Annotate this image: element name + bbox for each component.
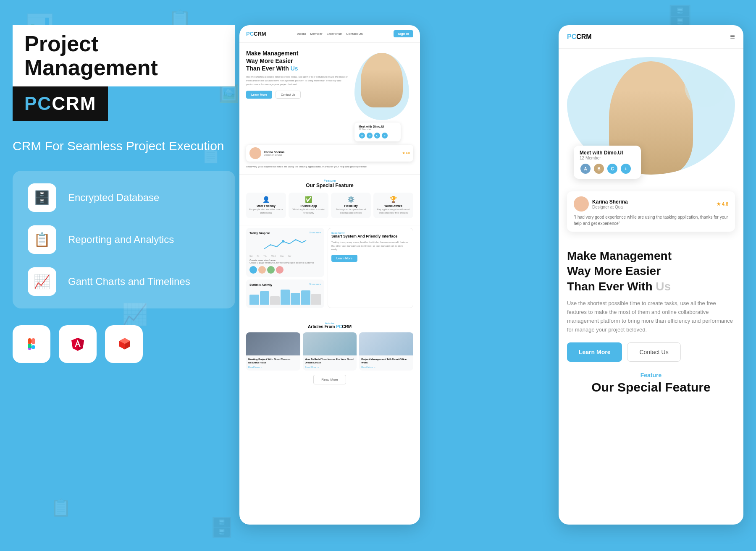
article-3-body: Project Management Tell About Office Wor… <box>359 355 413 371</box>
brand-block: PCCRM <box>13 86 108 121</box>
smart-title: Smart System And Friendly Interface <box>331 234 410 239</box>
right-title-accent: Us <box>656 280 671 293</box>
smart-desc: Tasking is very easy to use, besides tha… <box>331 240 410 251</box>
feature-world-award: 🏆 World Award Pay application get world … <box>373 193 413 218</box>
article-3-read[interactable]: Read More → <box>361 366 411 368</box>
hamburger-menu-icon[interactable]: ≡ <box>730 32 735 42</box>
review-info: Karina Sherina Designer at Qua <box>264 151 284 156</box>
right-feature-label: Feature <box>567 372 735 379</box>
right-review-card: Karina Sherina Designer at Qua ★ 4.8 "I … <box>567 191 735 232</box>
right-review-info: Karina Sherina Designer at Qua <box>592 199 628 209</box>
center-nav-links: About Member Enterprise Contact Us <box>297 32 362 36</box>
articles-title: Articles From PCCRM <box>246 324 413 329</box>
world-award-icon: 🏆 <box>376 196 411 203</box>
reviewer-role: Designer at Qua <box>264 154 284 156</box>
center-meet-card: Meet with Dimo.UI 12 Member A B C + <box>354 123 401 141</box>
article-2-title: How To Build Your House For Your Good Dr… <box>305 358 355 365</box>
subtitle: CRM For Seamless Project Execution <box>13 138 235 154</box>
feature-flexibility: ⚙️ Flexibility Tasking can be opened on … <box>331 193 371 218</box>
right-reviewer-name: Karina Sherina <box>592 199 628 205</box>
main-title: Project Management <box>24 32 223 80</box>
article-2-read[interactable]: Read More → <box>305 366 355 368</box>
meet-avatars: A B C + <box>359 132 396 139</box>
right-buttons: Learn More Contact Us <box>567 342 735 362</box>
review-avatar <box>249 147 261 159</box>
encrypted-db-icon: 🗄️ <box>28 183 56 212</box>
smart-learn-more-button[interactable]: Learn More <box>331 255 357 262</box>
article-1-read[interactable]: Read More → <box>248 366 298 368</box>
world-award-name: World Award <box>376 204 411 207</box>
flexibility-icon: ⚙️ <box>333 196 368 203</box>
tech-logos <box>13 325 235 363</box>
right-reviewer-role: Designer at Qua <box>592 205 628 209</box>
center-hero: Make Management Way More Easier Than Eve… <box>239 43 420 141</box>
center-mock-nav: PCCRM About Member Enterprise Contact Us… <box>239 25 420 43</box>
trusted-app-name: Trusted App <box>291 204 326 207</box>
smart-system-card: Superiority Smart System And Friendly In… <box>328 228 413 308</box>
right-meet-avatars: A B C + <box>580 163 635 175</box>
angular-logo <box>59 325 97 363</box>
right-review-text: "I had very good experience while are us… <box>574 214 728 227</box>
divider-3 <box>239 315 420 315</box>
right-hero-title: Make Management Way More Easier Than Eve… <box>567 248 735 294</box>
right-logo-pc: PC <box>567 33 576 40</box>
world-award-desc: Pay application get world award and comp… <box>376 208 411 214</box>
center-mock-logo: PCCRM <box>246 31 266 37</box>
center-logo-pc: PC <box>246 31 254 37</box>
hero-image <box>354 53 409 120</box>
statistic-graph-card: Statistic Activity Show more <box>246 279 324 308</box>
user-friendly-icon: 👤 <box>249 196 284 203</box>
nav-enterprise: Enterprise <box>327 32 342 36</box>
hero-contact-us-button[interactable]: Contact Us <box>276 91 301 99</box>
articles-read-more-button[interactable]: Read More <box>313 375 346 384</box>
svg-point-3 <box>32 345 35 349</box>
avatar-2: B <box>366 132 373 139</box>
divider-2 <box>239 225 420 225</box>
right-meet-card: Meet with Dimo.UI 12 Member A B C + <box>574 146 641 179</box>
hero-buttons: Learn More Contact Us <box>246 91 351 99</box>
brand-name: PCCRM <box>24 93 96 114</box>
right-avatar-2: B <box>593 163 605 175</box>
article-3: Project Management Tell About Office Wor… <box>359 332 413 371</box>
article-2-image <box>303 332 357 355</box>
review-text: I had very good experience while are usi… <box>239 165 420 172</box>
feature-user-friendly: 👤 User Friendly For people who are eithe… <box>246 193 286 218</box>
center-logo-crm: CRM <box>254 31 266 37</box>
today-graph-card: Today Graphic Show more SatFriThuWedMayA… <box>246 228 324 277</box>
feature-gantt: 📈 Gantt Charts and Timelines <box>28 267 220 296</box>
left-panel: Project Management PCCRM CRM For Seamles… <box>13 25 235 363</box>
right-review-rating: ★ 4.8 <box>717 201 728 207</box>
svg-point-9 <box>282 240 284 243</box>
signin-button[interactable]: Sign In <box>394 30 413 37</box>
right-meet-title: Meet with Dimo.UI <box>580 150 635 156</box>
feature-reporting: 📋 Reporting and Analytics <box>28 225 220 254</box>
right-mockup: PCCRM ≡ Meet with Dimo.UI 12 Member A B … <box>559 25 743 525</box>
svg-rect-4 <box>28 344 32 348</box>
article-1: Meeting Project With Good Team at Beauti… <box>246 332 300 371</box>
hero-text: Make Management Way More Easier Than Eve… <box>246 50 351 99</box>
hero-learn-more-button[interactable]: Learn More <box>246 91 272 99</box>
title-block: Project Management <box>13 25 235 86</box>
brand-crm: CRM <box>52 93 96 114</box>
trusted-app-icon: ✅ <box>291 196 326 203</box>
brand-pc: PC <box>24 93 52 114</box>
right-meet-sub: 12 Member <box>580 156 635 160</box>
right-contact-us-button[interactable]: Contact Us <box>627 342 680 362</box>
user-friendly-name: User Friendly <box>249 204 284 207</box>
right-review-avatar <box>574 196 589 212</box>
article-2-body: How To Build Your House For Your Good Dr… <box>303 355 357 371</box>
right-mock-nav: PCCRM ≡ <box>559 25 743 49</box>
nav-contact: Contact Us <box>346 32 363 36</box>
stats-section: Today Graphic Show more SatFriThuWedMayA… <box>239 228 420 312</box>
articles-brand-pc: PC <box>336 324 342 329</box>
features-grid: 👤 User Friendly For people who are eithe… <box>239 193 420 222</box>
review-rating: ★ 4.8 <box>402 151 410 155</box>
right-learn-more-button[interactable]: Learn More <box>567 342 622 362</box>
hero-desc: Use the shortest possible time to create… <box>246 75 351 86</box>
feature-section-label: Feature <box>239 179 420 183</box>
right-review-top: Karina Sherina Designer at Qua ★ 4.8 <box>574 196 728 212</box>
meet-card-title: Meet with Dimo.UI <box>359 125 396 128</box>
reviewer-name: Karina Sherina <box>264 151 284 154</box>
avatar-plus: + <box>381 132 388 139</box>
statistic-bar-chart <box>249 288 321 305</box>
